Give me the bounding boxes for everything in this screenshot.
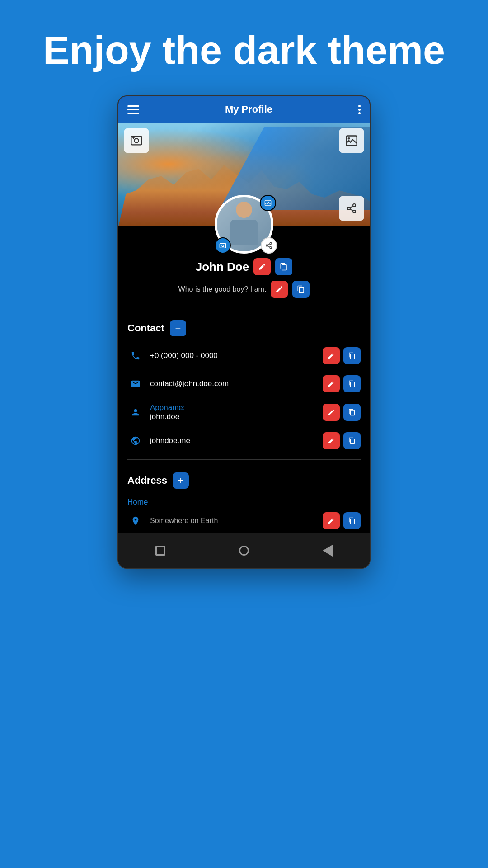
name-row: John Doe (127, 258, 361, 275)
address-value: Somewhere on Earth (150, 517, 316, 525)
edit-appname-button[interactable] (323, 404, 340, 421)
edit-name-button[interactable] (253, 258, 271, 275)
svg-point-4 (348, 137, 350, 140)
avatar-add-photo-button[interactable]: + (215, 237, 231, 254)
bio-row: Who is the good boy? I am. (127, 281, 361, 298)
hamburger-icon[interactable] (127, 105, 139, 114)
svg-line-9 (350, 206, 353, 208)
website-value: johndoe.me (150, 436, 316, 445)
avatar-head (236, 202, 252, 218)
svg-point-1 (134, 139, 138, 143)
svg-point-15 (266, 245, 268, 246)
add-address-button[interactable]: + (173, 472, 189, 489)
person-icon (127, 404, 144, 420)
address-actions (323, 512, 361, 529)
home-button[interactable] (234, 541, 254, 561)
email-icon (127, 376, 144, 392)
edit-email-button[interactable] (323, 375, 340, 392)
address-row: Somewhere on Earth (127, 509, 361, 533)
copy-name-button[interactable] (275, 258, 292, 275)
profile-content: John Doe Who is the good boy? I am. (118, 226, 370, 533)
copy-email-button[interactable] (343, 375, 361, 392)
edit-website-button[interactable] (323, 432, 340, 449)
add-contact-button[interactable]: + (170, 320, 186, 336)
hero-title: Enjoy the dark theme (16, 27, 472, 73)
app-title: My Profile (225, 104, 272, 115)
svg-point-7 (353, 210, 356, 213)
copy-phone-button[interactable] (343, 347, 361, 364)
phone-value: +0 (000) 000 - 0000 (150, 351, 316, 360)
appname-row: Appname: john.doe (127, 398, 361, 427)
address-section-title: Address (127, 475, 167, 486)
copy-bio-button[interactable] (292, 281, 310, 298)
phone-actions (323, 347, 361, 364)
cover-gallery-button[interactable] (339, 128, 364, 153)
avatar-person (228, 202, 260, 247)
svg-line-8 (350, 209, 353, 211)
contact-section-title: Contact (127, 322, 164, 334)
bio-text: Who is the good boy? I am. (178, 285, 267, 293)
phone-row: +0 (000) 000 - 0000 (127, 342, 361, 370)
website-actions (323, 432, 361, 449)
home-icon (239, 546, 249, 556)
avatar-body (230, 220, 258, 245)
back-button[interactable] (318, 541, 338, 561)
share-cover-button[interactable] (339, 196, 364, 221)
edit-bio-button[interactable] (271, 281, 288, 298)
avatar-gallery-button[interactable] (260, 195, 276, 211)
email-actions (323, 375, 361, 392)
recent-apps-icon (155, 546, 165, 556)
top-bar: My Profile (118, 96, 370, 123)
copy-address-button[interactable] (343, 512, 361, 529)
svg-line-17 (268, 246, 270, 247)
more-icon[interactable] (358, 105, 361, 114)
profile-name: John Doe (196, 260, 249, 274)
appname-label: Appname: (150, 403, 316, 412)
copy-website-button[interactable] (343, 432, 361, 449)
cover-photo-area: + (118, 123, 370, 226)
home-label: Home (127, 494, 361, 509)
website-row: johndoe.me (127, 427, 361, 455)
email-value: contact@john.doe.com (150, 379, 316, 388)
appname-multiline: Appname: john.doe (150, 403, 316, 421)
phone-icon (127, 348, 144, 364)
svg-text:+: + (221, 243, 223, 246)
appname-actions (323, 404, 361, 421)
copy-appname-button[interactable] (343, 404, 361, 421)
avatar-container: + (215, 195, 273, 254)
svg-point-14 (270, 243, 272, 245)
divider-2 (127, 459, 361, 460)
globe-icon (127, 433, 144, 449)
bottom-nav (118, 533, 370, 568)
appname-value: john.doe (150, 412, 316, 421)
address-section-header: Address + (127, 464, 361, 494)
svg-point-5 (353, 204, 356, 207)
back-icon (323, 545, 333, 557)
avatar-share-button[interactable] (261, 237, 277, 254)
add-cover-photo-button[interactable]: + (124, 128, 149, 153)
edit-address-button[interactable] (323, 512, 340, 529)
svg-text:+: + (132, 136, 135, 140)
contact-section-header: Contact + (127, 312, 361, 342)
phone-mockup: My Profile + (117, 95, 371, 569)
recent-apps-button[interactable] (150, 541, 170, 561)
location-icon (127, 513, 144, 529)
svg-point-6 (347, 207, 350, 210)
svg-point-16 (270, 247, 272, 249)
edit-phone-button[interactable] (323, 347, 340, 364)
email-row: contact@john.doe.com (127, 370, 361, 398)
divider-1 (127, 307, 361, 307)
svg-line-18 (268, 244, 270, 245)
